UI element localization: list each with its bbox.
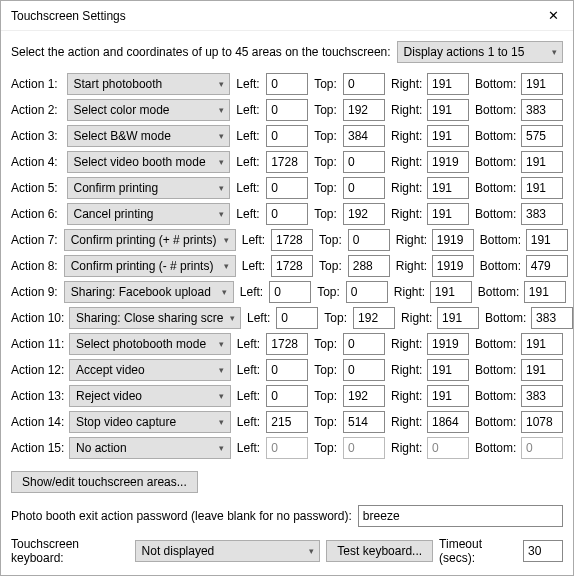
- action-value: Start photobooth: [68, 77, 214, 91]
- top-input[interactable]: [348, 255, 390, 277]
- right-input[interactable]: [432, 255, 474, 277]
- timeout-input[interactable]: [523, 540, 563, 562]
- left-input[interactable]: [276, 307, 318, 329]
- top-label: Top:: [314, 129, 337, 143]
- left-input[interactable]: [266, 177, 308, 199]
- action-select[interactable]: Start photobooth▾: [67, 73, 231, 95]
- bottom-input[interactable]: [521, 99, 563, 121]
- left-input[interactable]: [271, 229, 313, 251]
- top-label: Top:: [314, 103, 337, 117]
- top-input[interactable]: [343, 437, 385, 459]
- top-input[interactable]: [343, 73, 385, 95]
- action-select[interactable]: Select video booth mode▾: [67, 151, 231, 173]
- left-input[interactable]: [266, 151, 308, 173]
- left-input[interactable]: [266, 437, 308, 459]
- action-label: Action 5:: [11, 181, 61, 195]
- right-input[interactable]: [427, 385, 469, 407]
- action-select[interactable]: Reject video▾: [69, 385, 231, 407]
- test-keyboard-button[interactable]: Test keyboard...: [326, 540, 433, 562]
- right-input[interactable]: [427, 151, 469, 173]
- right-input[interactable]: [437, 307, 479, 329]
- show-edit-areas-button[interactable]: Show/edit touchscreen areas...: [11, 471, 198, 493]
- top-input[interactable]: [343, 99, 385, 121]
- action-label: Action 14:: [11, 415, 63, 429]
- bottom-input[interactable]: [526, 255, 568, 277]
- action-select[interactable]: Sharing: Facebook upload▾: [64, 281, 234, 303]
- keyboard-row: Touchscreen keyboard: Not displayed ▾ Te…: [11, 537, 563, 565]
- left-input[interactable]: [269, 281, 311, 303]
- right-input[interactable]: [427, 203, 469, 225]
- action-value: Confirm printing: [68, 181, 214, 195]
- top-label: Top:: [314, 389, 337, 403]
- right-input[interactable]: [432, 229, 474, 251]
- left-input[interactable]: [266, 125, 308, 147]
- right-input[interactable]: [430, 281, 472, 303]
- action-value: Cancel printing: [68, 207, 214, 221]
- left-input[interactable]: [266, 359, 308, 381]
- bottom-input[interactable]: [521, 203, 563, 225]
- bottom-input[interactable]: [521, 177, 563, 199]
- top-input[interactable]: [343, 203, 385, 225]
- right-input[interactable]: [427, 99, 469, 121]
- left-input[interactable]: [266, 385, 308, 407]
- top-input[interactable]: [353, 307, 395, 329]
- action-select[interactable]: Select B&W mode▾: [67, 125, 231, 147]
- action-row: Action 1:Start photobooth▾Left:Top:Right…: [11, 73, 563, 95]
- bottom-input[interactable]: [521, 385, 563, 407]
- keyboard-label: Touchscreen keyboard:: [11, 537, 129, 565]
- bottom-input[interactable]: [521, 359, 563, 381]
- right-input[interactable]: [427, 177, 469, 199]
- right-input[interactable]: [427, 437, 469, 459]
- bottom-input[interactable]: [526, 229, 568, 251]
- top-input[interactable]: [343, 333, 385, 355]
- chevron-down-icon: ▾: [224, 313, 240, 323]
- action-select[interactable]: Confirm printing (+ # prints)▾: [64, 229, 236, 251]
- action-value: Stop video capture: [70, 415, 214, 429]
- right-input[interactable]: [427, 73, 469, 95]
- action-select[interactable]: Select color mode▾: [67, 99, 231, 121]
- top-input[interactable]: [343, 411, 385, 433]
- action-select[interactable]: Stop video capture▾: [69, 411, 231, 433]
- top-input[interactable]: [343, 177, 385, 199]
- left-input[interactable]: [266, 411, 308, 433]
- bottom-input[interactable]: [521, 125, 563, 147]
- action-select[interactable]: Sharing: Close sharing screen▾: [69, 307, 241, 329]
- action-label: Action 4:: [11, 155, 61, 169]
- top-input[interactable]: [346, 281, 388, 303]
- top-input[interactable]: [348, 229, 390, 251]
- top-input[interactable]: [343, 125, 385, 147]
- right-label: Right:: [391, 337, 421, 351]
- action-select[interactable]: Select photobooth mode▾: [69, 333, 231, 355]
- action-select[interactable]: No action▾: [69, 437, 231, 459]
- bottom-input[interactable]: [521, 151, 563, 173]
- left-label: Left:: [237, 363, 261, 377]
- bottom-input[interactable]: [521, 411, 563, 433]
- display-actions-select[interactable]: Display actions 1 to 15 ▾: [397, 41, 563, 63]
- bottom-input[interactable]: [524, 281, 566, 303]
- action-select[interactable]: Cancel printing▾: [67, 203, 231, 225]
- keyboard-select[interactable]: Not displayed ▾: [135, 540, 321, 562]
- action-row: Action 11:Select photobooth mode▾Left:To…: [11, 333, 563, 355]
- password-input[interactable]: [358, 505, 563, 527]
- action-select[interactable]: Confirm printing (- # prints)▾: [64, 255, 236, 277]
- left-input[interactable]: [266, 203, 308, 225]
- left-input[interactable]: [266, 73, 308, 95]
- left-input[interactable]: [271, 255, 313, 277]
- close-icon[interactable]: ✕: [533, 1, 573, 31]
- bottom-input[interactable]: [521, 73, 563, 95]
- top-input[interactable]: [343, 385, 385, 407]
- right-input[interactable]: [427, 411, 469, 433]
- action-select[interactable]: Confirm printing▾: [67, 177, 231, 199]
- top-input[interactable]: [343, 151, 385, 173]
- right-input[interactable]: [427, 125, 469, 147]
- right-input[interactable]: [427, 359, 469, 381]
- bottom-input[interactable]: [531, 307, 573, 329]
- top-input[interactable]: [343, 359, 385, 381]
- bottom-label: Bottom:: [475, 129, 515, 143]
- bottom-input[interactable]: [521, 333, 563, 355]
- bottom-input[interactable]: [521, 437, 563, 459]
- left-input[interactable]: [266, 333, 308, 355]
- action-select[interactable]: Accept video▾: [69, 359, 231, 381]
- left-input[interactable]: [266, 99, 308, 121]
- right-input[interactable]: [427, 333, 469, 355]
